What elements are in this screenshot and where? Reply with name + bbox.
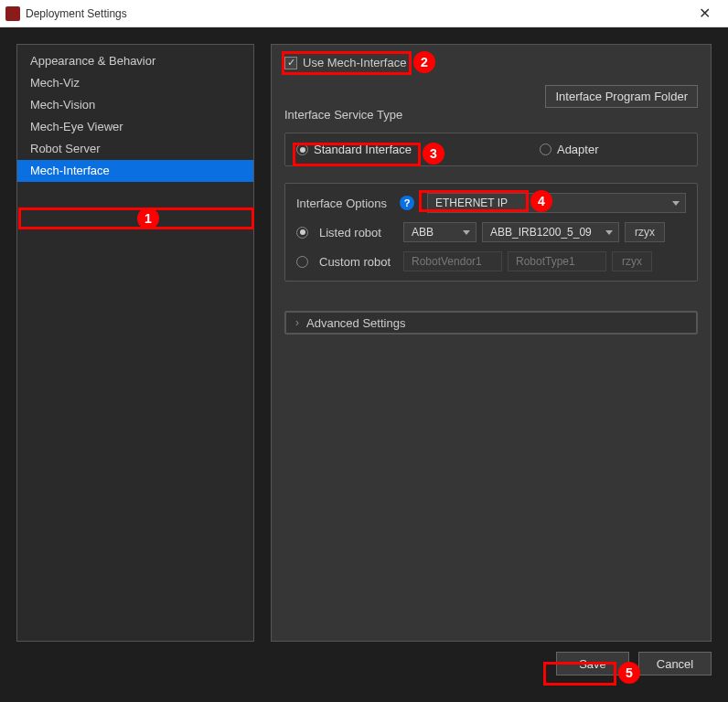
adapter-radio[interactable]: [540, 144, 551, 155]
custom-robot-label: Custom robot: [319, 255, 398, 269]
use-mech-interface-label: Use Mech-Interface: [303, 56, 406, 69]
custom-robot-radio[interactable]: [296, 256, 308, 268]
interface-options-value: ETHERNET IP: [435, 194, 508, 212]
listed-robot-radio[interactable]: [296, 227, 308, 239]
custom-robot-type-dropdown: RobotType1: [508, 251, 606, 271]
advanced-settings-label: Advanced Settings: [306, 316, 405, 330]
service-type-row: Standard Interface Adapter: [296, 143, 686, 156]
sidebar-item-mech-viz[interactable]: Mech-Viz: [17, 72, 253, 94]
content-row: Appearance & Behavior Mech-Viz Mech-Visi…: [16, 44, 712, 642]
chevron-down-icon: [605, 230, 613, 235]
close-button[interactable]: ✕: [686, 1, 723, 27]
window-title: Deployment Settings: [26, 7, 686, 20]
sidebar-item-mech-eye-viewer[interactable]: Mech-Eye Viewer: [17, 116, 253, 138]
save-button[interactable]: Save: [556, 652, 629, 675]
main-panel: ✓ Use Mech-Interface Interface Program F…: [271, 44, 712, 642]
advanced-settings-expander[interactable]: › Advanced Settings: [285, 312, 697, 334]
use-mech-interface-row: ✓ Use Mech-Interface: [284, 56, 698, 69]
titlebar: Deployment Settings ✕: [0, 0, 728, 27]
interface-service-type-label: Interface Service Type: [284, 108, 698, 122]
custom-robot-type-value: RobotType1: [516, 252, 575, 271]
interface-options-panel: Interface Options ? ETHERNET IP Listed r…: [284, 183, 698, 282]
chevron-down-icon: [672, 201, 680, 206]
listed-robot-model-value: ABB_IRB1200_5_09: [490, 223, 592, 241]
chevron-right-icon: ›: [295, 316, 299, 329]
service-type-panel: Standard Interface Adapter: [284, 133, 698, 166]
sidebar-item-appearance[interactable]: Appearance & Behavior: [17, 50, 253, 72]
custom-robot-vendor-value: RobotVendor1: [412, 252, 482, 271]
listed-robot-euler-button[interactable]: rzyx: [625, 222, 665, 242]
sidebar-item-mech-vision[interactable]: Mech-Vision: [17, 94, 253, 116]
listed-robot-model-dropdown[interactable]: ABB_IRB1200_5_09: [482, 222, 619, 242]
standard-interface-label: Standard Interface: [314, 143, 412, 156]
client-area: Appearance & Behavior Mech-Viz Mech-Visi…: [0, 27, 728, 702]
sidebar-item-robot-server[interactable]: Robot Server: [17, 138, 253, 160]
listed-robot-vendor-dropdown[interactable]: ABB: [403, 222, 476, 242]
sidebar-item-mech-interface[interactable]: Mech-Interface: [17, 160, 253, 182]
interface-options-dropdown[interactable]: ETHERNET IP: [427, 193, 686, 213]
cancel-button[interactable]: Cancel: [638, 652, 712, 675]
sidebar: Appearance & Behavior Mech-Viz Mech-Visi…: [16, 44, 254, 642]
bottom-bar: Save Cancel: [16, 642, 712, 686]
standard-interface-radio[interactable]: [296, 144, 308, 155]
listed-robot-label: Listed robot: [319, 226, 398, 239]
listed-robot-vendor-value: ABB: [412, 223, 434, 241]
interface-program-folder-button[interactable]: Interface Program Folder: [545, 85, 698, 108]
advanced-settings-panel: › Advanced Settings: [284, 311, 698, 335]
chevron-down-icon: [463, 230, 470, 235]
use-mech-interface-checkbox[interactable]: ✓: [284, 57, 297, 69]
interface-options-label: Interface Options: [296, 197, 387, 210]
app-icon: [5, 6, 20, 21]
adapter-label: Adapter: [557, 143, 599, 156]
custom-robot-euler-button: rzyx: [612, 251, 652, 271]
help-icon[interactable]: ?: [400, 196, 414, 210]
custom-robot-vendor-dropdown: RobotVendor1: [403, 251, 502, 271]
